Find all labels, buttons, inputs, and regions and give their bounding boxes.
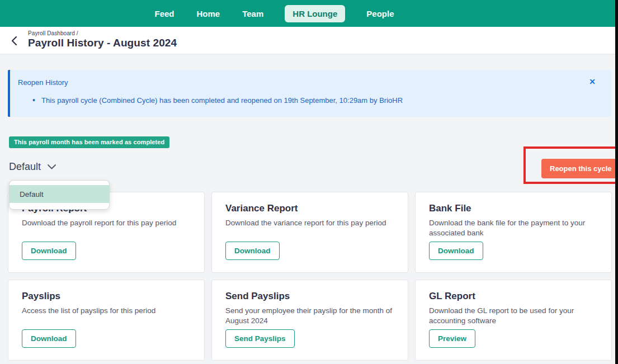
page-title: Payroll History - August 2024 [28, 37, 177, 49]
alert-message: This payroll cycle (Combined Cycle) has … [32, 96, 403, 105]
card-variance-report: Variance Report Download the variance re… [211, 192, 408, 273]
header-text-block: Payroll Dashboard / Payroll History - Au… [28, 30, 177, 49]
nav-item-team[interactable]: Team [241, 6, 265, 22]
breadcrumb[interactable]: Payroll Dashboard / [28, 30, 177, 36]
card-title: Send Payslips [225, 291, 290, 302]
chevron-left-icon [11, 36, 17, 45]
chevron-down-icon [48, 164, 56, 169]
cycle-select-value: Default [9, 161, 41, 173]
download-bank-file-button[interactable]: Download [429, 242, 483, 260]
card-send-payslips: Send Payslips Send your employee their p… [211, 280, 408, 361]
download-payslips-button[interactable]: Download [22, 329, 76, 348]
card-description: Send your employee their payslip for the… [225, 306, 394, 326]
download-variance-report-button[interactable]: Download [225, 242, 280, 260]
back-button[interactable] [8, 35, 20, 47]
card-description: Download the bank file for the payment t… [429, 218, 598, 238]
top-navigation: Feed Home Team HR Lounge People [0, 0, 618, 27]
cycle-dropdown-menu: Default [9, 180, 110, 210]
card-description: Access the list of payslips for this per… [22, 306, 155, 316]
nav-item-hr-lounge[interactable]: HR Lounge [285, 5, 345, 22]
nav-item-people[interactable]: People [365, 6, 395, 22]
alert-message-list: This payroll cycle (Combined Cycle) has … [32, 96, 403, 105]
page-header: Payroll Dashboard / Payroll History - Au… [0, 27, 618, 54]
card-description: Download the GL report to be used for yo… [429, 306, 598, 326]
card-description: Download the payroll report for this pay… [22, 218, 176, 228]
card-title: GL Report [429, 291, 475, 302]
payroll-document-cards: Payroll Report Download the payroll repo… [8, 192, 612, 361]
cycle-option-default[interactable]: Default [10, 185, 109, 203]
card-description: Download the variance report for this pa… [225, 218, 386, 228]
card-payslips: Payslips Access the list of payslips for… [8, 280, 205, 361]
download-payroll-report-button[interactable]: Download [22, 242, 76, 260]
nav-item-home[interactable]: Home [196, 6, 221, 22]
alert-title: Reopen History [18, 78, 68, 87]
nav-item-feed[interactable]: Feed [154, 6, 176, 22]
annotation-highlight-box: Reopen this cycle [523, 146, 618, 184]
card-title: Payslips [22, 291, 60, 302]
reopen-cycle-button[interactable]: Reopen this cycle [541, 159, 618, 178]
card-bank-file: Bank File Download the bank file for the… [415, 192, 612, 273]
preview-gl-report-button[interactable]: Preview [429, 329, 475, 348]
card-gl-report: GL Report Download the GL report to be u… [415, 280, 612, 361]
card-title: Variance Report [225, 203, 298, 214]
send-payslips-button[interactable]: Send Payslips [225, 329, 295, 348]
top-navigation-items: Feed Home Team HR Lounge People [154, 5, 395, 22]
status-badge: This payroll month has been marked as co… [9, 136, 169, 148]
cycle-select[interactable]: Default [9, 161, 56, 173]
close-icon[interactable]: ✕ [589, 78, 596, 86]
window-edge [615, 0, 618, 364]
reopen-history-alert: Reopen History This payroll cycle (Combi… [8, 70, 611, 117]
card-title: Bank File [429, 203, 471, 214]
